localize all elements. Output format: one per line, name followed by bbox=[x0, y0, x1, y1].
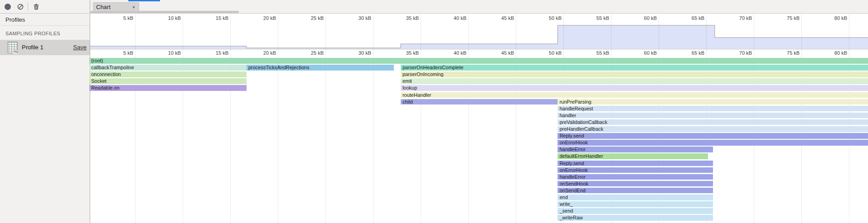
flame-frame[interactable]: onErrorHook bbox=[558, 167, 713, 173]
flame-frame[interactable]: parserOnIncoming bbox=[401, 71, 868, 77]
profiler-toolbar: Chart ▼ bbox=[0, 0, 868, 14]
gridline bbox=[230, 14, 231, 223]
chevron-down-icon: ▼ bbox=[132, 5, 136, 9]
flame-frame[interactable]: preHandlerCallback bbox=[558, 126, 868, 132]
ruler-tick-label: 80 kB bbox=[820, 50, 847, 56]
ruler-tick-label: 70 kB bbox=[725, 50, 752, 56]
ruler-tick-label: 45 kB bbox=[487, 50, 514, 56]
ruler-tick-label: 55 kB bbox=[582, 15, 609, 21]
clear-icon[interactable] bbox=[17, 4, 24, 10]
ruler-tick-label: 50 kB bbox=[534, 15, 562, 21]
ruler-tick-label: 35 kB bbox=[392, 15, 419, 21]
record-icon[interactable] bbox=[5, 4, 11, 10]
overview-bottom-border bbox=[90, 49, 868, 49]
ruler-tick-label: 5 kB bbox=[106, 50, 133, 56]
flame-frame[interactable]: _send bbox=[558, 208, 713, 214]
flame-frame[interactable]: Reply.send bbox=[558, 161, 713, 166]
flame-frame[interactable]: Socket bbox=[89, 78, 247, 84]
heap-profiler-panel: Chart ▼ Profiles SAMPLING PROFILES % Pro… bbox=[0, 0, 868, 223]
flame-frame[interactable]: Reply.send bbox=[558, 133, 868, 139]
ruler-tick-label: 75 kB bbox=[772, 50, 800, 56]
gridline bbox=[754, 14, 754, 223]
flame-frame[interactable]: end bbox=[558, 195, 713, 200]
flame-frame[interactable]: (root) bbox=[89, 58, 868, 64]
ruler-tick-label: 65 kB bbox=[677, 15, 704, 21]
gridline bbox=[516, 14, 516, 223]
flame-frame[interactable]: handleError bbox=[558, 174, 713, 180]
flame-frame[interactable]: processTicksAndRejections bbox=[247, 65, 394, 71]
gridline bbox=[849, 14, 849, 223]
ruler-tick-label: 55 kB bbox=[582, 50, 609, 56]
ruler-tick-label: 10 kB bbox=[154, 15, 181, 21]
ruler-tick-label: 20 kB bbox=[249, 15, 276, 21]
flame-frame[interactable]: preValidationCallback bbox=[558, 119, 868, 125]
ruler-tick-label: 30 kB bbox=[344, 15, 371, 21]
ruler-tick-label: 40 kB bbox=[439, 15, 466, 21]
sidebar-item-profile-1[interactable]: % Profile 1 Save bbox=[0, 40, 90, 55]
heap-profile-icon: % bbox=[7, 42, 18, 53]
flame-frame[interactable]: emit bbox=[401, 78, 868, 84]
flame-frame[interactable]: runPreParsing bbox=[558, 99, 868, 105]
ruler-tick-label: 80 kB bbox=[820, 15, 847, 21]
gridline bbox=[421, 14, 421, 223]
flame-frame[interactable]: onErrorHook bbox=[558, 140, 868, 146]
flame-frame[interactable]: onSendEnd bbox=[558, 188, 713, 194]
ruler-tick-label: 20 kB bbox=[249, 50, 276, 56]
gridline bbox=[135, 14, 136, 223]
flame-frame[interactable]: Readable.on bbox=[89, 85, 247, 91]
ruler-tick-label: 60 kB bbox=[630, 50, 657, 56]
flame-frame[interactable]: parserOnHeadersComplete bbox=[401, 65, 868, 71]
flame-frame[interactable]: write_ bbox=[558, 201, 713, 207]
ruler-tick-label: 65 kB bbox=[677, 50, 704, 56]
ruler-tick-label: 40 kB bbox=[439, 50, 466, 56]
flame-frame[interactable]: defaultErrorHandler bbox=[558, 153, 708, 159]
gridline bbox=[373, 14, 373, 223]
profiles-header: Profiles bbox=[0, 14, 90, 26]
ruler-tick-label: 70 kB bbox=[725, 15, 752, 21]
flame-frame[interactable]: callbackTrampoline bbox=[89, 65, 247, 71]
ruler-tick-label: 60 kB bbox=[630, 15, 657, 21]
sampling-profiles-section-label: SAMPLING PROFILES bbox=[5, 31, 60, 36]
chart-view-select[interactable]: Chart ▼ bbox=[93, 2, 139, 11]
ruler-tick-label: 75 kB bbox=[772, 15, 800, 21]
profile-name: Profile 1 bbox=[22, 44, 44, 51]
active-tab-indicator bbox=[128, 0, 160, 1]
flame-frame[interactable]: routeHandler bbox=[401, 92, 868, 98]
flame-frame[interactable]: onSendHook bbox=[558, 181, 713, 187]
gridline bbox=[325, 14, 326, 223]
ruler-tick-label: 25 kB bbox=[296, 15, 324, 21]
ruler-tick-label: 30 kB bbox=[344, 50, 371, 56]
flame-frame[interactable]: _writeRaw bbox=[558, 215, 713, 221]
flame-chart-pane: 5 kB10 kB15 kB20 kB25 kB30 kB35 kB40 kB4… bbox=[90, 14, 868, 223]
horizontal-scrollbar-thumb[interactable] bbox=[90, 11, 239, 13]
ruler-tick-label: 5 kB bbox=[106, 15, 133, 21]
chart-view-select-value: Chart bbox=[96, 4, 111, 10]
flame-frame[interactable]: onconnection bbox=[89, 71, 247, 77]
toolbar-separator bbox=[28, 3, 28, 11]
ruler-tick-label: 35 kB bbox=[392, 50, 419, 56]
ruler-tick-label: 25 kB bbox=[296, 50, 324, 56]
save-profile-link[interactable]: Save bbox=[73, 44, 87, 51]
flame-frame[interactable]: handler bbox=[558, 113, 868, 119]
ruler-tick-label: 50 kB bbox=[534, 50, 562, 56]
gridline bbox=[801, 14, 802, 223]
flame-frame[interactable]: lookup bbox=[401, 85, 868, 91]
ruler-tick-label: 15 kB bbox=[201, 50, 228, 56]
profiles-sidebar: Profiles SAMPLING PROFILES % Profile 1 S… bbox=[0, 14, 90, 223]
ruler-tick-label: 10 kB bbox=[154, 50, 181, 56]
gridline bbox=[468, 14, 469, 223]
flame-frame[interactable]: child bbox=[401, 99, 558, 105]
gridline bbox=[278, 14, 278, 223]
ruler-tick-label: 15 kB bbox=[201, 15, 228, 21]
gridline bbox=[183, 14, 183, 223]
flame-frame[interactable]: handleRequest bbox=[558, 106, 868, 112]
ruler-tick-label: 45 kB bbox=[487, 15, 514, 21]
trash-icon[interactable] bbox=[33, 4, 39, 10]
flame-frame[interactable]: handleError bbox=[558, 147, 713, 152]
